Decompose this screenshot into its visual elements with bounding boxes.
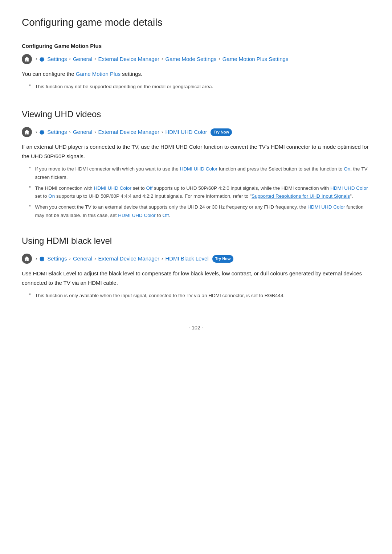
note-hdmi-black-1: This function is only available when the… xyxy=(29,292,370,302)
sep-2: › xyxy=(94,55,96,63)
sep-2-3: › xyxy=(162,128,163,136)
breadcrumb-1: › Settings › General › External Device M… xyxy=(22,54,370,64)
highlight-hdmi-uhd-2b[interactable]: HDMI UHD Color xyxy=(330,185,368,191)
crumb-edm-3[interactable]: External Device Manager xyxy=(98,254,159,263)
highlight-on-2: On xyxy=(48,193,55,199)
settings-icon-3 xyxy=(39,256,45,262)
highlight-hdmi-uhd-2a[interactable]: HDMI UHD Color xyxy=(94,185,131,191)
note-text-uhd-3: When you connect the TV to an external d… xyxy=(35,203,370,219)
section-uhd-videos: Viewing UHD videos › Settings › General … xyxy=(22,107,370,219)
crumb-game-mode-settings[interactable]: Game Mode Settings xyxy=(165,55,216,63)
crumb-edm-2[interactable]: External Device Manager xyxy=(98,128,159,136)
crumb-game-motion-plus[interactable]: Game Motion Plus Settings xyxy=(222,55,289,63)
sep-4: › xyxy=(219,55,220,63)
note-text-uhd-1: If you move to the HDMI connector with w… xyxy=(35,165,370,181)
page-number: - 102 - xyxy=(22,324,370,332)
settings-icon-2 xyxy=(39,129,45,135)
breadcrumb-2: › Settings › General › External Device M… xyxy=(22,127,370,137)
note-text-1: This function may not be supported depen… xyxy=(35,83,370,91)
crumb-hdmi-black[interactable]: HDMI Black Level xyxy=(165,254,208,263)
crumb-settings-3[interactable]: Settings xyxy=(47,254,67,263)
note-game-motion-1: This function may not be supported depen… xyxy=(29,83,370,93)
try-now-badge-2[interactable]: Try Now xyxy=(212,255,234,263)
highlight-hdmi-uhd-3a[interactable]: HDMI UHD Color xyxy=(307,204,345,210)
sep-3-1: › xyxy=(69,255,71,263)
crumb-edm-1[interactable]: External Device Manager xyxy=(98,55,159,63)
sep-2-1: › xyxy=(69,128,71,136)
home-icon-3 xyxy=(22,254,32,264)
section-title-hdmi-black: Using HDMI black level xyxy=(22,234,370,248)
crumb-settings-1[interactable]: Settings xyxy=(47,55,67,63)
link-supported-res[interactable]: Supported Resolutions for UHD Input Sign… xyxy=(252,193,350,199)
breadcrumb-sep-0: › xyxy=(36,55,37,63)
sep-3-0: › xyxy=(36,255,37,263)
sep-1: › xyxy=(69,55,71,63)
highlight-hdmi-uhd-3b[interactable]: HDMI UHD Color xyxy=(118,213,156,218)
highlight-hdmi-uhd-1[interactable]: HDMI UHD Color xyxy=(180,166,218,172)
crumb-general-1[interactable]: General xyxy=(73,55,92,63)
highlight-off-1: Off xyxy=(146,185,153,191)
sub-heading-game-motion: Configuring Game Motion Plus xyxy=(22,42,370,50)
body-text-hdmi-black: Use HDMI Black Level to adjust the black… xyxy=(22,269,370,287)
try-now-badge-1[interactable]: Try Now xyxy=(211,128,232,136)
section-title-uhd: Viewing UHD videos xyxy=(22,107,370,121)
note-text-uhd-2: The HDMI connection with HDMI UHD Color … xyxy=(35,184,370,201)
home-icon xyxy=(22,54,32,64)
section-game-motion-plus: Configuring Game Motion Plus › Settings … xyxy=(22,42,370,93)
highlight-off-2: Off xyxy=(163,213,169,218)
note-text-hdmi-black-1: This function is only available when the… xyxy=(35,292,370,300)
page-title: Configuring game mode details xyxy=(22,15,370,31)
crumb-general-3[interactable]: General xyxy=(73,254,92,263)
note-uhd-3: When you connect the TV to an external d… xyxy=(29,203,370,219)
sep-3-3: › xyxy=(162,255,163,263)
body-text-game-motion: You can configure the Game Motion Plus s… xyxy=(22,69,370,79)
note-uhd-1: If you move to the HDMI connector with w… xyxy=(29,165,370,181)
settings-icon-1 xyxy=(39,56,45,62)
section-hdmi-black-level: Using HDMI black level › Settings › Gene… xyxy=(22,234,370,302)
sep-3-2: › xyxy=(94,255,96,263)
crumb-general-2[interactable]: General xyxy=(73,128,92,136)
crumb-settings-2[interactable]: Settings xyxy=(47,128,67,136)
breadcrumb-3: › Settings › General › External Device M… xyxy=(22,254,370,264)
highlight-game-motion-plus[interactable]: Game Motion Plus xyxy=(76,71,121,77)
body-text-uhd: If an external UHD player is connected t… xyxy=(22,142,370,161)
sep-3: › xyxy=(162,55,163,63)
sep-2-2: › xyxy=(94,128,96,136)
sep-2-0: › xyxy=(36,128,37,136)
note-uhd-2: The HDMI connection with HDMI UHD Color … xyxy=(29,184,370,201)
crumb-hdmi-uhd[interactable]: HDMI UHD Color xyxy=(165,128,207,136)
home-icon-2 xyxy=(22,127,32,137)
highlight-on-1: On xyxy=(344,166,350,172)
